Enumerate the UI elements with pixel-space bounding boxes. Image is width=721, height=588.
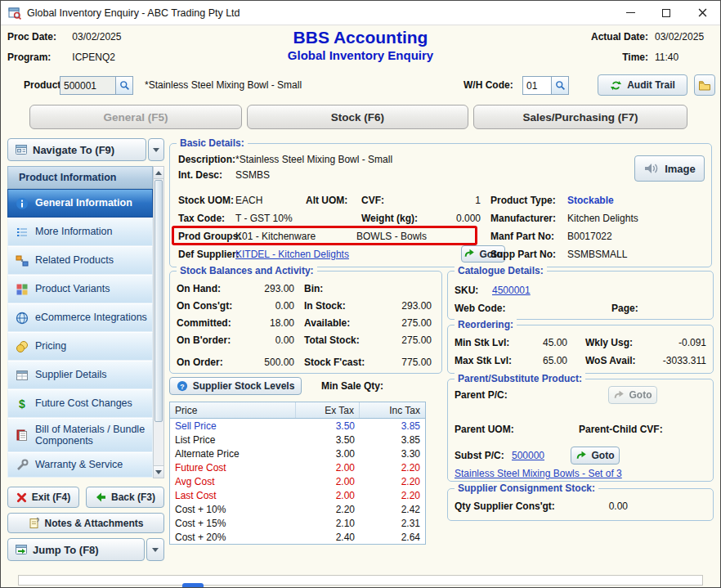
- goto-icon: [464, 249, 475, 259]
- price-name: Alternate Price: [170, 448, 296, 460]
- wos-avail-label: WoS Avail:: [585, 355, 636, 366]
- maximize-button[interactable]: [648, 1, 684, 25]
- sidebar-item-pricing[interactable]: Pricing: [7, 332, 153, 361]
- stock-row: On B'order: 0.00 Total Stock: 275.00: [170, 334, 441, 348]
- weight-label: Weight (kg):: [361, 213, 418, 224]
- price-row[interactable]: Avg Cost 2.00 2.20: [170, 474, 425, 488]
- wh-lookup-button[interactable]: [551, 77, 568, 94]
- available-label: Available:: [304, 317, 350, 329]
- price-row[interactable]: Cost + 15% 2.10 2.31: [170, 516, 425, 530]
- product-lookup-button[interactable]: [115, 77, 132, 94]
- jump-to-dropdown[interactable]: [146, 538, 164, 561]
- def-supplier-label: Def Supplier:: [178, 249, 240, 260]
- sidebar-item-supplier-details[interactable]: Supplier Details: [7, 361, 153, 389]
- back-button[interactable]: Back (F3): [86, 487, 164, 508]
- sidebar-item-label: Future Cost Changes: [35, 397, 132, 409]
- image-button[interactable]: Image: [634, 155, 705, 182]
- price-name: Cost + 15%: [170, 518, 296, 529]
- sku-link[interactable]: 4500001: [492, 285, 531, 296]
- sidebar-nav-list: General Information More Information Rel…: [7, 189, 153, 478]
- navigate-to-label: Navigate To (F9): [33, 144, 114, 156]
- tab-sales-purchasing[interactable]: Sales/Purchasing (F7): [473, 105, 687, 129]
- product-input[interactable]: [60, 77, 115, 94]
- window-title: Global Inventory Enquiry - ABC Trading P…: [27, 7, 240, 19]
- int-desc-label: Int. Desc:: [178, 169, 222, 181]
- stock-row: On Order: 500.00 Stock F'cast: 775.00: [170, 357, 441, 370]
- audit-trail-icon: [610, 79, 622, 92]
- qty-supplier-consgt-label: Qty Supplier Cons'gt:: [455, 500, 555, 512]
- sidebar-item-warranty-service[interactable]: Warranty & Service: [7, 452, 153, 478]
- navigate-to-dropdown[interactable]: [148, 138, 164, 161]
- price-row[interactable]: Alternate Price 3.00 3.30: [170, 447, 425, 460]
- price-name: Last Cost: [170, 490, 296, 501]
- price-row[interactable]: Cost + 10% 2.20 2.42: [170, 502, 425, 516]
- minimize-icon: [626, 12, 635, 13]
- exit-button[interactable]: Exit (F4): [7, 487, 79, 508]
- sidebar-item-ecommerce-integrations[interactable]: eCommerce Integrations: [7, 303, 153, 332]
- jump-to-button[interactable]: Jump To (F8): [7, 538, 145, 561]
- sidebar-scrollbar: [153, 166, 164, 478]
- minimize-button[interactable]: [612, 1, 648, 25]
- product-field: [60, 76, 133, 95]
- price-name: Cost + 20%: [170, 532, 296, 543]
- supplier-stock-levels-button[interactable]: Supplier Stock Levels: [169, 377, 302, 395]
- price-header: Price: [170, 402, 296, 418]
- attachments-folder-button[interactable]: [694, 74, 715, 96]
- price-row[interactable]: Future Cost 2.00 2.20: [170, 460, 425, 474]
- navigate-to-button[interactable]: Navigate To (F9): [7, 138, 146, 161]
- def-supplier-link[interactable]: KITDEL - Kitchen Delights: [235, 249, 349, 260]
- notes-attachments-button[interactable]: Notes & Attachments: [7, 513, 164, 533]
- total-stock-label: Total Stock:: [304, 334, 360, 346]
- product-description: *Stainless Steel Mixing Bowl - Small: [145, 79, 302, 91]
- weight-value: 0.000: [423, 213, 481, 224]
- actual-date-row: Actual Date: 03/02/2025: [575, 31, 714, 43]
- sidebar-item-label: Warranty & Service: [35, 459, 123, 470]
- total-stock-value: 275.00: [356, 334, 432, 346]
- parent-goto-button[interactable]: Goto: [608, 386, 657, 404]
- web-code-label: Web Code:: [455, 303, 505, 314]
- scroll-up-button[interactable]: [154, 167, 163, 179]
- sidebar-section-header: Product Information: [7, 166, 153, 189]
- image-icon: [643, 162, 660, 175]
- sidebar-item-bill-of-materials[interactable]: Bill of Materials / Bundle Components: [7, 418, 153, 452]
- catalogue-details-group: Catalogue Details: SKU: 4500001 Web Code…: [447, 271, 714, 320]
- scrollbar-thumb[interactable]: [154, 180, 163, 422]
- scroll-down-button[interactable]: [154, 465, 163, 478]
- wh-code-label: W/H Code:: [464, 79, 513, 91]
- close-button[interactable]: [684, 1, 720, 25]
- price-row[interactable]: List Price 3.50 3.85: [170, 433, 425, 447]
- inc-tax-header: Inc Tax: [360, 402, 425, 418]
- parent-uom-label: Parent UOM:: [455, 424, 514, 435]
- actual-date-value: 03/02/2025: [655, 31, 714, 43]
- stock-uom-label: Stock UOM:: [178, 195, 234, 206]
- sidebar: Navigate To (F9) Product Information Gen…: [7, 137, 164, 565]
- chevron-down-icon: [152, 548, 159, 552]
- price-table: Price Ex Tax Inc Tax Sell Price 3.50 3.8…: [169, 402, 426, 545]
- sidebar-item-related-products[interactable]: Related Products: [7, 246, 153, 275]
- sidebar-item-general-information[interactable]: General Information: [7, 189, 153, 218]
- sidebar-item-more-information[interactable]: More Information: [7, 218, 153, 246]
- tab-general[interactable]: General (F5): [29, 105, 242, 129]
- price-row[interactable]: Sell Price 3.50 3.85: [170, 419, 425, 433]
- price-row[interactable]: Cost + 20% 2.40 2.64: [170, 530, 425, 544]
- jump-to-label: Jump To (F8): [33, 544, 99, 556]
- price-row[interactable]: Last Cost 2.00 2.20: [170, 488, 425, 502]
- on-order-label: On Order:: [177, 357, 223, 368]
- subst-pc-link[interactable]: 500000: [512, 450, 544, 461]
- sidebar-item-future-cost-changes[interactable]: $ Future Cost Changes: [7, 389, 153, 418]
- audit-trail-button[interactable]: Audit Trail: [598, 74, 687, 96]
- supplier-stock-levels-label: Supplier Stock Levels: [193, 380, 295, 392]
- sidebar-item-product-variants[interactable]: Product Variants: [7, 275, 153, 303]
- stock-uom-value: EACH: [235, 195, 262, 206]
- on-consgt-value: 0.00: [224, 300, 294, 312]
- time-row: Time: 11:40: [575, 52, 714, 63]
- price-ex-tax: 3.50: [296, 420, 360, 432]
- subst-product-link[interactable]: Stainless Steel Mixing Bowls - Set of 3: [455, 468, 622, 479]
- reordering-title: Reordering:: [455, 319, 517, 331]
- wh-code-input[interactable]: [523, 77, 551, 94]
- sidebar-item-label: Supplier Details: [35, 369, 107, 380]
- parent-child-cvf-label: Parent-Child CVF:: [579, 424, 663, 435]
- tab-stock[interactable]: Stock (F6): [247, 105, 468, 129]
- subst-goto-button[interactable]: Goto: [571, 447, 620, 465]
- sidebar-item-label: Related Products: [35, 254, 114, 266]
